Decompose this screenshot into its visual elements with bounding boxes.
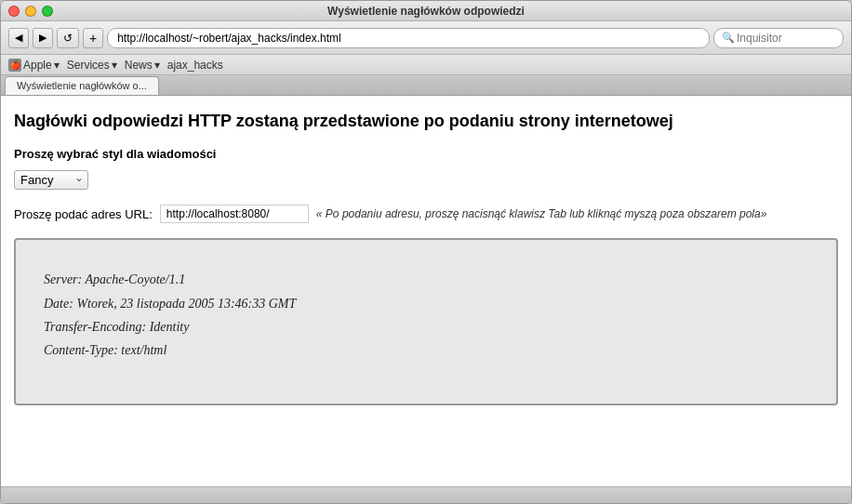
- bookmarks-bar: 🍎 Apple ▾ Services ▾ News ▾ ajax_hacks: [1, 55, 851, 75]
- style-select[interactable]: Fancy Plain Raw: [14, 170, 88, 190]
- minimize-button[interactable]: [25, 6, 36, 17]
- style-select-wrapper: Fancy Plain Raw: [14, 170, 88, 190]
- apple-dropdown-icon: ▾: [54, 59, 60, 72]
- status-bar: [1, 486, 851, 503]
- bookmark-services[interactable]: Services ▾: [67, 59, 117, 72]
- back-button[interactable]: ◀: [8, 28, 29, 48]
- response-box: Server: Apache-Coyote/1.1 Date: Wtorek, …: [14, 238, 838, 405]
- style-select-container: Fancy Plain Raw: [14, 170, 838, 190]
- window-title: Wyświetlenie nagłówków odpowiedzi: [327, 5, 525, 18]
- active-tab[interactable]: Wyświetlenie nagłówków o...: [5, 76, 159, 95]
- refresh-icon: ↺: [63, 32, 73, 45]
- tab-bar: Wyświetlenie nagłówków o...: [1, 75, 851, 96]
- forward-icon: ▶: [39, 32, 47, 44]
- apple-icon: 🍎: [8, 59, 21, 72]
- services-label: Services: [67, 59, 110, 72]
- response-line-4: Content-Type: text/html: [44, 338, 808, 362]
- browser-window: Wyświetlenie nagłówków odpowiedzi ◀ ▶ ↺ …: [0, 0, 852, 504]
- forward-button[interactable]: ▶: [33, 28, 53, 48]
- response-line-3: Transfer-Encoding: Identity: [44, 315, 808, 338]
- bookmark-ajax-hacks[interactable]: ajax_hacks: [167, 59, 223, 72]
- bookmark-news[interactable]: News ▾: [125, 59, 160, 72]
- page-heading: Nagłówki odpowiedzi HTTP zostaną przedst…: [14, 111, 838, 132]
- ajax-hacks-label: ajax_hacks: [167, 59, 223, 72]
- services-dropdown-icon: ▾: [112, 59, 117, 72]
- url-hint: « Po podaniu adresu, proszę nacisnąć kla…: [316, 207, 767, 220]
- news-dropdown-icon: ▾: [154, 59, 160, 72]
- close-button[interactable]: [8, 6, 20, 17]
- tab-label: Wyświetlenie nagłówków o...: [17, 80, 147, 91]
- url-row: Proszę podać adres URL: « Po podaniu adr…: [14, 205, 838, 223]
- back-icon: ◀: [15, 32, 22, 44]
- apple-label: Apple: [23, 59, 52, 72]
- url-input[interactable]: [160, 205, 309, 223]
- window-controls: [8, 6, 53, 17]
- maximize-button[interactable]: [42, 6, 53, 17]
- page-content: Nagłówki odpowiedzi HTTP zostaną przedst…: [1, 96, 851, 486]
- titlebar: Wyświetlenie nagłówków odpowiedzi: [1, 1, 851, 21]
- search-container: 🔍: [713, 28, 844, 48]
- search-input[interactable]: [737, 32, 835, 45]
- browser-toolbar: ◀ ▶ ↺ + 🔍: [1, 21, 851, 55]
- response-line-1: Server: Apache-Coyote/1.1: [44, 268, 808, 291]
- response-line-2: Date: Wtorek, 23 listopada 2005 13:46:33…: [44, 292, 808, 315]
- refresh-button[interactable]: ↺: [57, 28, 79, 48]
- search-icon: 🔍: [722, 32, 735, 44]
- style-section-label: Proszę wybrać styl dla wiadomości: [14, 147, 838, 161]
- url-label: Proszę podać adres URL:: [14, 207, 153, 221]
- plus-icon: +: [89, 31, 97, 46]
- add-tab-button[interactable]: +: [83, 28, 103, 48]
- bookmark-apple[interactable]: 🍎 Apple ▾: [8, 59, 60, 72]
- address-input[interactable]: [107, 28, 710, 48]
- news-label: News: [125, 59, 153, 72]
